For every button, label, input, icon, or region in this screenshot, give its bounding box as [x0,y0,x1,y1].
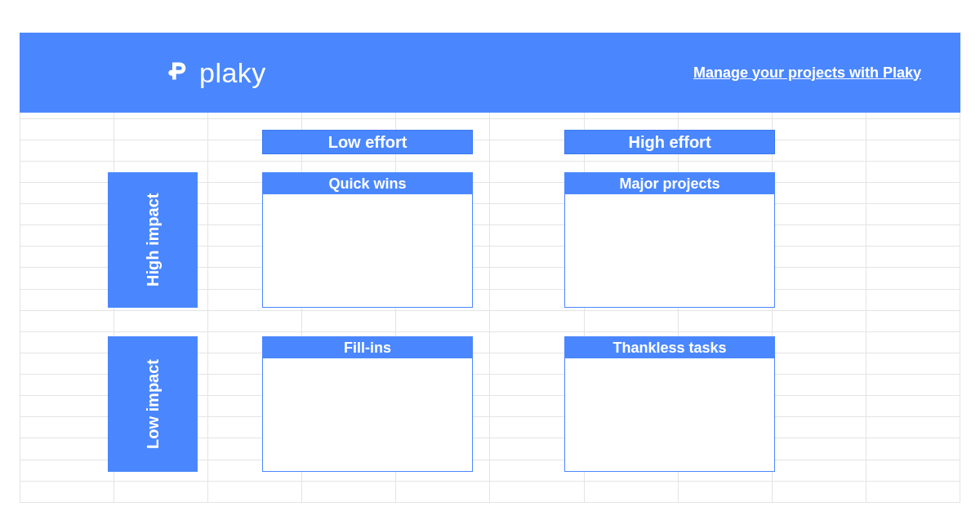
quadrant-title: Thankless tasks [565,337,774,358]
brand-name: plaky [199,57,266,89]
quadrant-quick-wins[interactable]: Quick wins [262,172,473,308]
quadrant-title: Quick wins [263,173,472,194]
plaky-logo-icon [167,60,189,86]
quadrant-body[interactable] [565,194,774,307]
brand: plaky [167,57,266,89]
row-label-low-impact: Low impact [108,336,198,472]
column-header-low-effort: Low effort [262,130,473,154]
row-label-high-impact: High impact [108,172,198,308]
quadrant-title: Major projects [565,173,774,194]
column-header-high-effort: High effort [564,130,775,154]
quadrant-body[interactable] [263,194,472,307]
quadrant-fill-ins[interactable]: Fill-ins [262,336,473,472]
quadrant-body[interactable] [565,358,774,471]
quadrant-body[interactable] [263,358,472,471]
header-bar: plaky Manage your projects with Plaky [20,33,960,113]
manage-projects-link[interactable]: Manage your projects with Plaky [693,64,921,82]
quadrant-thankless-tasks[interactable]: Thankless tasks [564,336,775,472]
quadrant-title: Fill-ins [263,337,472,358]
quadrant-major-projects[interactable]: Major projects [564,172,775,308]
